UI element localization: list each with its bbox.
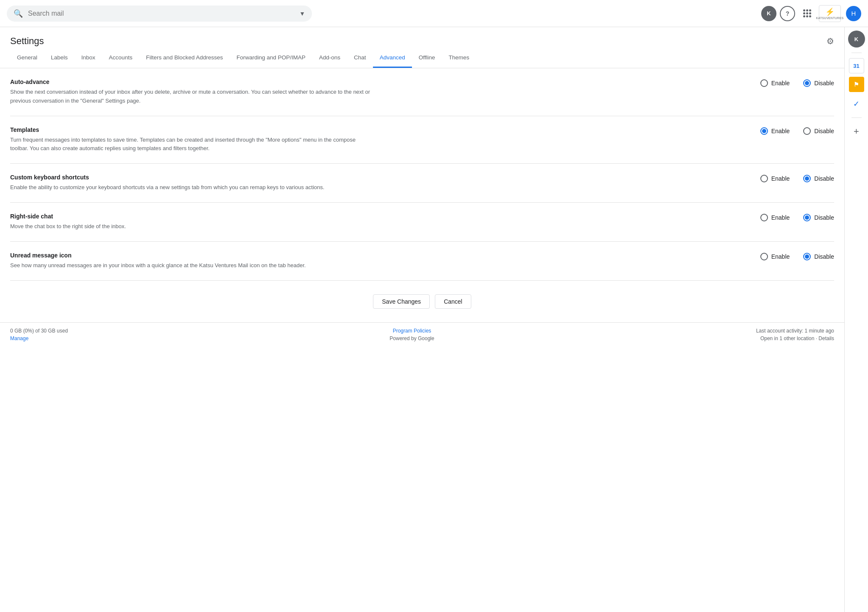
open-location: Open in 1 other location · Details	[760, 335, 834, 341]
tab-addons[interactable]: Add-ons	[312, 48, 347, 68]
search-input[interactable]	[28, 10, 294, 17]
unread-icon-enable-label: Enable	[771, 253, 790, 260]
setting-controls-right-chat: Enable Disable	[724, 213, 834, 221]
tab-advanced[interactable]: Advanced	[373, 48, 412, 68]
topbar-right: K ? ⚡ KATSUVENTURES H	[761, 5, 861, 22]
setting-title-keyboard: Custom keyboard shortcuts	[10, 174, 375, 181]
apps-grid-icon[interactable]	[798, 5, 815, 22]
sidebar-icon-calendar[interactable]: 31	[849, 58, 864, 73]
auto-advance-enable[interactable]: Enable	[760, 79, 790, 87]
action-buttons: Save Changes Cancel	[10, 281, 834, 322]
footer-center: Program Policies Powered by Google	[389, 328, 434, 341]
auto-advance-disable[interactable]: Disable	[803, 79, 834, 87]
right-chat-disable[interactable]: Disable	[803, 214, 834, 221]
apps-icon[interactable]: K	[761, 6, 776, 21]
cancel-button[interactable]: Cancel	[435, 294, 471, 309]
search-dropdown-icon[interactable]: ▼	[299, 10, 305, 17]
setting-controls-templates: Enable Disable	[724, 126, 834, 135]
tab-inbox[interactable]: Inbox	[75, 48, 102, 68]
tabs: General Labels Inbox Accounts Filters an…	[10, 48, 476, 68]
right-chat-disable-label: Disable	[814, 214, 834, 221]
right-chat-enable-radio[interactable]	[760, 214, 768, 221]
setting-info-unread-icon: Unread message icon See how many unread …	[10, 252, 375, 270]
footer-left: 0 GB (0%) of 30 GB used Manage	[10, 328, 68, 341]
right-sidebar: K 31 ⚑ ✓ +	[844, 27, 868, 612]
auto-advance-disable-radio[interactable]	[803, 79, 811, 87]
setting-row-auto-advance: Auto-advance Show the next conversation …	[10, 68, 834, 116]
keyboard-disable[interactable]: Disable	[803, 175, 834, 182]
sidebar-divider	[851, 53, 862, 53]
keyboard-enable-label: Enable	[771, 175, 790, 182]
footer-right: Last account activity: 1 minute ago Open…	[756, 328, 834, 341]
setting-row-keyboard: Custom keyboard shortcuts Enable the abi…	[10, 164, 834, 203]
setting-title-templates: Templates	[10, 126, 375, 133]
setting-info-auto-advance: Auto-advance Show the next conversation …	[10, 78, 375, 106]
right-chat-disable-radio[interactable]	[803, 214, 811, 221]
setting-desc-auto-advance: Show the next conversation instead of yo…	[10, 88, 375, 106]
tab-forwarding[interactable]: Forwarding and POP/IMAP	[230, 48, 312, 68]
unread-icon-disable-label: Disable	[814, 253, 834, 260]
tab-general[interactable]: General	[10, 48, 44, 68]
templates-disable-label: Disable	[814, 128, 834, 134]
unread-icon-disable[interactable]: Disable	[803, 253, 834, 260]
keyboard-enable[interactable]: Enable	[760, 175, 790, 182]
last-activity: Last account activity: 1 minute ago	[756, 328, 834, 334]
storage-info: 0 GB (0%) of 30 GB used	[10, 328, 68, 334]
tab-offline[interactable]: Offline	[412, 48, 442, 68]
keyboard-enable-radio[interactable]	[760, 175, 768, 182]
auto-advance-enable-radio[interactable]	[760, 79, 768, 87]
unread-icon-enable[interactable]: Enable	[760, 253, 790, 260]
setting-controls-keyboard: Enable Disable	[724, 174, 834, 182]
tab-accounts[interactable]: Accounts	[102, 48, 139, 68]
setting-info-keyboard: Custom keyboard shortcuts Enable the abi…	[10, 174, 375, 192]
right-chat-enable[interactable]: Enable	[760, 214, 790, 221]
program-policies-link[interactable]: Program Policies	[393, 328, 431, 334]
keyboard-disable-label: Disable	[814, 175, 834, 182]
sidebar-add-button[interactable]: +	[848, 123, 865, 140]
manage-link[interactable]: Manage	[10, 335, 68, 341]
save-changes-button[interactable]: Save Changes	[373, 294, 430, 309]
setting-row-unread-icon: Unread message icon See how many unread …	[10, 242, 834, 281]
templates-enable-radio[interactable]	[760, 127, 768, 135]
main-layout: Settings ⚙ General Labels Inbox Accounts…	[0, 27, 868, 612]
search-box: 🔍 ▼	[7, 6, 312, 22]
settings-gear-icon[interactable]: ⚙	[826, 36, 834, 46]
setting-info-templates: Templates Turn frequent messages into te…	[10, 126, 375, 154]
setting-row-right-chat: Right-side chat Move the chat box to the…	[10, 203, 834, 242]
brand-logo[interactable]: ⚡ KATSUVENTURES	[819, 5, 841, 22]
setting-controls-auto-advance: Enable Disable	[724, 78, 834, 87]
sidebar-divider-2	[851, 117, 862, 118]
tab-labels[interactable]: Labels	[44, 48, 75, 68]
setting-controls-unread-icon: Enable Disable	[724, 252, 834, 260]
keyboard-disable-radio[interactable]	[803, 175, 811, 182]
templates-disable-radio[interactable]	[803, 127, 811, 135]
help-icon[interactable]: ?	[780, 6, 795, 21]
setting-title-right-chat: Right-side chat	[10, 213, 375, 220]
templates-enable[interactable]: Enable	[760, 127, 790, 135]
settings-header: Settings ⚙	[0, 27, 844, 47]
settings-title: Settings	[10, 36, 44, 47]
templates-disable[interactable]: Disable	[803, 127, 834, 135]
search-icon: 🔍	[14, 9, 23, 18]
setting-row-templates: Templates Turn frequent messages into te…	[10, 116, 834, 164]
setting-title-unread-icon: Unread message icon	[10, 252, 375, 259]
tab-filters[interactable]: Filters and Blocked Addresses	[139, 48, 230, 68]
right-chat-enable-label: Enable	[771, 214, 790, 221]
footer: 0 GB (0%) of 30 GB used Manage Program P…	[0, 322, 844, 347]
tabs-container: General Labels Inbox Accounts Filters an…	[0, 48, 844, 68]
sidebar-icon-check[interactable]: ✓	[848, 95, 865, 112]
templates-enable-label: Enable	[771, 128, 790, 134]
setting-desc-right-chat: Move the chat box to the right side of t…	[10, 222, 375, 231]
powered-by: Powered by Google	[389, 335, 434, 341]
tab-chat[interactable]: Chat	[347, 48, 373, 68]
user-avatar[interactable]: H	[846, 6, 861, 21]
unread-icon-enable-radio[interactable]	[760, 253, 768, 260]
auto-advance-enable-label: Enable	[771, 80, 790, 87]
setting-desc-unread-icon: See how many unread messages are in your…	[10, 261, 375, 270]
auto-advance-disable-label: Disable	[814, 80, 834, 87]
sidebar-icon-tasks[interactable]: ⚑	[849, 77, 864, 92]
sidebar-icon-k[interactable]: K	[848, 31, 865, 48]
setting-info-right-chat: Right-side chat Move the chat box to the…	[10, 213, 375, 231]
unread-icon-disable-radio[interactable]	[803, 253, 811, 260]
tab-themes[interactable]: Themes	[442, 48, 476, 68]
